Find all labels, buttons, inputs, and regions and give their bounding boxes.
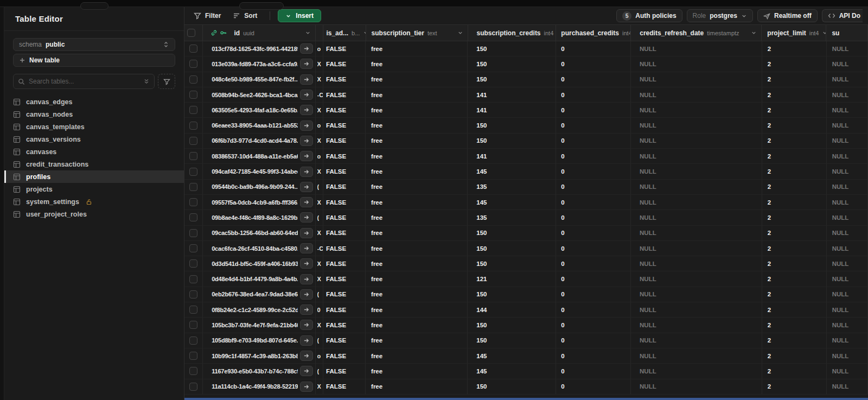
- expand-row-button[interactable]: [300, 74, 313, 85]
- clipped-su-cell[interactable]: NULL: [827, 195, 868, 209]
- clipped-su-cell[interactable]: NULL: [827, 72, 868, 87]
- subscription-credits-cell[interactable]: 145: [468, 348, 556, 363]
- expand-row-button[interactable]: [300, 304, 313, 315]
- row-checkbox[interactable]: [189, 198, 197, 206]
- clipped-cell[interactable]: (: [316, 180, 323, 194]
- row-checkbox[interactable]: [189, 290, 197, 299]
- clipped-su-cell[interactable]: NULL: [827, 134, 868, 148]
- id-cell[interactable]: 08386537-10d4-488a-a11e-eb5a6...: [203, 149, 315, 163]
- clipped-su-cell[interactable]: NULL: [827, 103, 868, 117]
- subscription-tier-cell[interactable]: free: [366, 271, 468, 286]
- clipped-su-cell[interactable]: NULL: [827, 149, 868, 163]
- clipped-cell[interactable]: X: [316, 164, 323, 179]
- clipped-su-cell[interactable]: NULL: [827, 271, 868, 286]
- row-checkbox[interactable]: [189, 60, 197, 68]
- subscription-credits-cell[interactable]: 150: [468, 41, 556, 56]
- clipped-cell[interactable]: -C: [316, 241, 323, 256]
- id-cell[interactable]: 06eaee33-8905-4aaa-b121-ab552...: [203, 118, 315, 132]
- purchased-credits-cell[interactable]: 0: [556, 149, 631, 163]
- project-limit-cell[interactable]: 2: [762, 41, 827, 56]
- subscription-credits-cell[interactable]: 135: [468, 180, 556, 194]
- subscription-credits-cell[interactable]: 150: [468, 256, 556, 271]
- row-checkbox[interactable]: [189, 306, 197, 314]
- sidebar-table-item[interactable]: canvas_templates: [4, 120, 184, 133]
- credits-refresh-date-cell[interactable]: NULL: [631, 318, 762, 332]
- subscription-tier-cell[interactable]: free: [366, 318, 468, 332]
- clipped-cell[interactable]: X: [316, 318, 323, 332]
- sidebar-table-item[interactable]: user_project_roles: [4, 208, 184, 220]
- clipped-cell[interactable]: X: [316, 379, 323, 394]
- is-admin-cell[interactable]: FALSE: [323, 271, 366, 286]
- row-checkbox[interactable]: [189, 91, 197, 99]
- project-limit-cell[interactable]: 2: [762, 195, 827, 209]
- credits-refresh-date-cell[interactable]: NULL: [631, 118, 762, 132]
- clipped-cell[interactable]: o: [316, 348, 323, 363]
- subscription-tier-cell[interactable]: free: [366, 195, 468, 209]
- expand-row-button[interactable]: [300, 274, 313, 284]
- column-header-is-admin[interactable]: is_ad... b...: [323, 25, 366, 41]
- credits-refresh-date-cell[interactable]: NULL: [631, 364, 762, 378]
- subscription-credits-cell[interactable]: 150: [468, 333, 556, 348]
- row-checkbox[interactable]: [189, 45, 197, 53]
- project-limit-cell[interactable]: 2: [762, 302, 827, 317]
- schema-select[interactable]: schema public: [13, 38, 175, 51]
- subscription-tier-cell[interactable]: free: [366, 210, 468, 225]
- expand-row-button[interactable]: [300, 90, 313, 100]
- credits-refresh-date-cell[interactable]: NULL: [631, 180, 762, 194]
- filter-tables-button[interactable]: [158, 74, 175, 89]
- expand-row-button[interactable]: [300, 258, 313, 269]
- project-limit-cell[interactable]: 2: [762, 134, 827, 148]
- clipped-su-cell[interactable]: NULL: [827, 164, 868, 179]
- purchased-credits-cell[interactable]: 0: [556, 195, 631, 209]
- clipped-su-cell[interactable]: NULL: [827, 348, 868, 363]
- chevron-down-icon[interactable]: [822, 30, 826, 36]
- clipped-cell[interactable]: o: [316, 118, 323, 132]
- is-admin-cell[interactable]: FALSE: [323, 134, 366, 148]
- project-limit-cell[interactable]: 2: [762, 72, 827, 87]
- column-header-subscription-credits[interactable]: subscription_credits int4: [468, 25, 557, 41]
- subscription-tier-cell[interactable]: free: [366, 164, 468, 179]
- project-limit-cell[interactable]: 2: [762, 348, 827, 363]
- purchased-credits-cell[interactable]: 0: [556, 379, 631, 394]
- is-admin-cell[interactable]: FALSE: [323, 256, 366, 271]
- sidebar-table-item[interactable]: profiles: [4, 170, 184, 183]
- is-admin-cell[interactable]: FALSE: [323, 348, 366, 363]
- credits-refresh-date-cell[interactable]: NULL: [631, 41, 762, 56]
- subscription-tier-cell[interactable]: free: [366, 348, 468, 363]
- realtime-toggle-button[interactable]: Realtime off: [757, 9, 818, 22]
- clipped-cell[interactable]: X: [316, 195, 323, 209]
- purchased-credits-cell[interactable]: 0: [556, 56, 631, 71]
- column-header-project-limit[interactable]: project_limit int4: [762, 25, 826, 41]
- expand-row-button[interactable]: [300, 351, 313, 361]
- subscription-tier-cell[interactable]: free: [366, 149, 468, 163]
- is-admin-cell[interactable]: FALSE: [323, 180, 366, 194]
- row-checkbox[interactable]: [189, 259, 197, 268]
- subscription-tier-cell[interactable]: free: [366, 364, 468, 378]
- subscription-tier-cell[interactable]: free: [366, 72, 468, 87]
- row-checkbox[interactable]: [189, 137, 197, 145]
- id-cell[interactable]: 09557f5a-0dcb-4cb9-a6fb-fff366...: [203, 195, 315, 209]
- clipped-cell[interactable]: X: [316, 134, 323, 148]
- project-limit-cell[interactable]: 2: [762, 118, 827, 132]
- credits-refresh-date-cell[interactable]: NULL: [631, 164, 762, 179]
- subscription-credits-cell[interactable]: 145: [468, 195, 556, 209]
- subscription-tier-cell[interactable]: free: [366, 87, 468, 102]
- subscription-tier-cell[interactable]: free: [366, 41, 468, 56]
- is-admin-cell[interactable]: FALSE: [323, 149, 366, 163]
- is-admin-cell[interactable]: FALSE: [323, 87, 366, 102]
- expand-row-button[interactable]: [300, 228, 313, 238]
- expand-row-button[interactable]: [300, 151, 313, 161]
- clipped-su-cell[interactable]: NULL: [827, 302, 868, 317]
- purchased-credits-cell[interactable]: 0: [556, 72, 631, 87]
- id-cell[interactable]: 0508b94b-5ee2-4626-bca1-4bca...: [203, 87, 315, 102]
- clipped-cell[interactable]: (: [316, 210, 323, 225]
- subscription-tier-cell[interactable]: free: [366, 103, 468, 117]
- expand-row-button[interactable]: [300, 382, 313, 392]
- purchased-credits-cell[interactable]: 0: [556, 87, 631, 102]
- clipped-cell[interactable]: 0: [316, 302, 323, 317]
- purchased-credits-cell[interactable]: 0: [556, 226, 631, 240]
- credits-refresh-date-cell[interactable]: NULL: [631, 333, 762, 348]
- subscription-credits-cell[interactable]: 121: [468, 271, 556, 286]
- select-all-checkbox[interactable]: [187, 29, 195, 37]
- project-limit-cell[interactable]: 2: [762, 287, 827, 302]
